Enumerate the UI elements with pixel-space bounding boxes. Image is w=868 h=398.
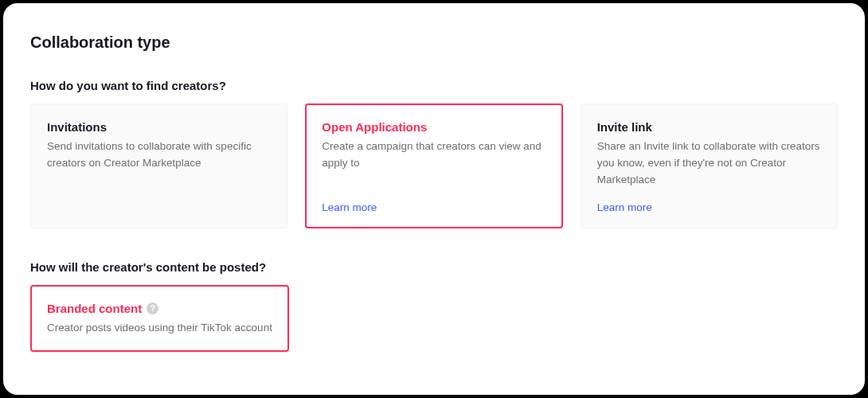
card-invite-link-desc: Share an Invite link to collaborate with… <box>597 139 821 189</box>
card-branded-content-title-text: Branded content <box>47 302 142 315</box>
card-invitations[interactable]: Invitations Send invitations to collabor… <box>30 103 287 228</box>
section-heading-posted: How will the creator's content be posted… <box>30 260 838 274</box>
card-branded-content-title: Branded content ? <box>47 302 272 315</box>
learn-more-open-applications[interactable]: Learn more <box>322 189 545 213</box>
card-branded-content-desc: Creator posts videos using their TikTok … <box>47 320 272 337</box>
card-invitations-desc: Send invitations to collaborate with spe… <box>47 139 271 172</box>
help-icon[interactable]: ? <box>147 302 158 314</box>
card-invite-link-title: Invite link <box>597 120 821 134</box>
page-title: Collaboration type <box>30 33 838 52</box>
learn-more-invite-link[interactable]: Learn more <box>597 189 821 213</box>
main-panel: Collaboration type How do you want to fi… <box>3 3 865 395</box>
section-heading-find-creators: How do you want to find creators? <box>30 79 838 92</box>
card-open-applications-desc: Create a campaign that creators can view… <box>322 139 545 172</box>
card-invite-link[interactable]: Invite link Share an Invite link to coll… <box>581 103 838 228</box>
card-invitations-title: Invitations <box>47 120 271 134</box>
find-creators-options: Invitations Send invitations to collabor… <box>30 103 838 228</box>
card-branded-content[interactable]: Branded content ? Creator posts videos u… <box>30 285 289 352</box>
posted-options: Branded content ? Creator posts videos u… <box>30 285 838 352</box>
card-open-applications-title: Open Applications <box>322 120 545 134</box>
card-open-applications[interactable]: Open Applications Create a campaign that… <box>305 103 562 228</box>
